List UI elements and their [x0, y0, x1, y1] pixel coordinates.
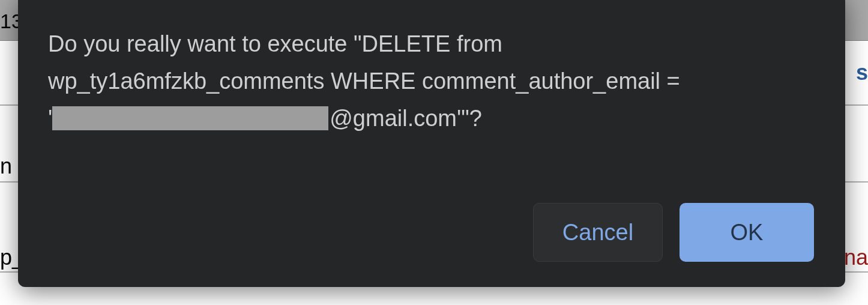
bg-text-n: n — [0, 154, 12, 179]
dialog-message: Do you really want to execute "DELETE fr… — [48, 25, 814, 137]
cancel-button[interactable]: Cancel — [533, 203, 663, 262]
ok-button[interactable]: OK — [680, 203, 814, 262]
dialog-message-prefix: ' — [48, 106, 52, 131]
redacted-email-local-part — [52, 106, 328, 130]
dialog-message-email-suffix: @gmail.com'"? — [330, 106, 482, 131]
dialog-message-line-2: wp_ty1a6mfzkb_comments WHERE comment_aut… — [48, 62, 814, 100]
bg-text-na: na — [844, 245, 868, 270]
bg-text-s: s — [856, 60, 868, 85]
dialog-message-line-1: Do you really want to execute "DELETE fr… — [48, 25, 814, 62]
dialog-message-line-3: '@gmail.com'"? — [48, 100, 814, 137]
dialog-button-row: Cancel OK — [48, 185, 814, 262]
confirm-dialog: Do you really want to execute "DELETE fr… — [18, 0, 845, 287]
